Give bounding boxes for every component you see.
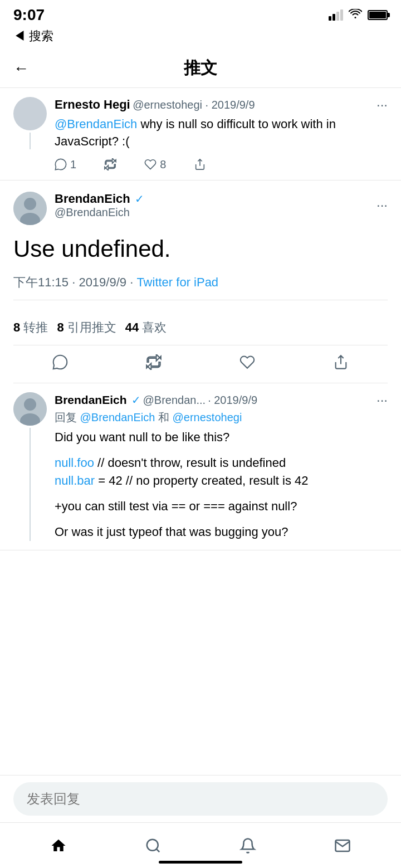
reply-body-line2: +you can still test via == or === agains… — [55, 498, 388, 515]
reply-to-link2[interactable]: @ernestohegi — [173, 411, 242, 423]
page-title: 推文 — [184, 57, 217, 80]
reply-tweet-more[interactable]: ··· — [376, 392, 388, 408]
code-text2: = 42 // no property created, result is 4… — [98, 474, 308, 487]
main-tweet-username: BrendanEich — [55, 192, 130, 206]
code-link1[interactable]: null.foo — [55, 456, 94, 470]
original-tweet-body: @BrendanEich why is null so difficult to… — [55, 116, 388, 150]
back-button[interactable]: ← — [13, 60, 29, 77]
retweet-label: 转推 — [23, 320, 48, 334]
reply-input-field[interactable] — [13, 782, 388, 816]
like-action[interactable]: 8 — [144, 158, 166, 171]
original-tweet-handle: @ernestohegi · 2019/9/9 — [133, 99, 255, 111]
nav-notifications[interactable] — [234, 832, 262, 860]
original-tweet-avatar — [13, 97, 47, 130]
share-action[interactable] — [194, 158, 206, 170]
main-tweet-more[interactable]: ··· — [376, 197, 388, 213]
signal-icon — [329, 9, 343, 21]
reply-count: 1 — [70, 158, 76, 171]
retweet-action[interactable] — [104, 158, 116, 170]
main-tweet-area: BrendanEich ✓ @BrendanEich ··· Use undef… — [0, 181, 401, 651]
reply-thread-line — [30, 428, 31, 540]
reply-tweet-body: Did you want null to be like this? null.… — [55, 428, 388, 540]
reply-tweet-date: · 2019/9/9 — [208, 394, 257, 407]
reply-to-link1[interactable]: @BrendanEich — [80, 411, 155, 423]
svg-point-1 — [24, 198, 36, 210]
main-tweet-body: Use undefined. — [13, 234, 388, 265]
main-like-button[interactable] — [239, 354, 255, 374]
reply-body-line3: Or was it just typeof that was bugging y… — [55, 523, 388, 541]
original-tweet: Ernesto Hegi @ernestohegi · 2019/9/9 ···… — [0, 88, 401, 181]
main-retweet-button[interactable] — [146, 354, 162, 374]
likes-label: 喜欢 — [142, 320, 167, 334]
main-reply-button[interactable] — [52, 354, 68, 374]
app-link[interactable]: Twitter for iPad — [136, 275, 218, 289]
main-tweet-user-info: BrendanEich ✓ @BrendanEich ··· — [55, 192, 388, 219]
back-search-text[interactable]: ◀ 搜索 — [13, 28, 53, 45]
status-icons — [329, 9, 388, 22]
original-tweet-header: Ernesto Hegi @ernestohegi · 2019/9/9 ··· — [55, 97, 388, 113]
reply-content: BrendanEich ✓ @Brendan... · 2019/9/9 ···… — [55, 392, 388, 540]
home-indicator — [159, 861, 242, 864]
retweet-count: 8 — [13, 320, 20, 334]
reply-tweet-avatar — [13, 392, 47, 426]
reply-tweet: BrendanEich ✓ @Brendan... · 2019/9/9 ···… — [0, 383, 401, 550]
status-bar: 9:07 — [0, 0, 401, 27]
reply-tweet-header: BrendanEich ✓ @Brendan... · 2019/9/9 ··· — [55, 392, 388, 408]
svg-point-6 — [147, 839, 158, 850]
reply-input-bar — [0, 775, 401, 822]
reply-body-code: null.foo // doesn't throw, result is und… — [55, 454, 388, 490]
stats-row: 8 转推 8 引用推文 44 喜欢 — [13, 310, 388, 345]
main-tweet-header: BrendanEich ✓ @BrendanEich ··· — [13, 192, 388, 225]
reply-tweet-handle: @Brendan... — [143, 394, 206, 407]
original-tweet-actions: 1 8 — [55, 158, 388, 171]
main-share-button[interactable] — [333, 354, 349, 374]
status-time: 9:07 — [13, 6, 45, 24]
like-count: 8 — [160, 158, 166, 171]
verified-icon: ✓ — [135, 192, 144, 206]
likes-count: 44 — [125, 320, 139, 334]
original-tweet-more[interactable]: ··· — [376, 97, 388, 113]
main-tweet-timestamp: 下午11:15 · 2019/9/9 — [13, 275, 126, 289]
battery-icon — [368, 10, 388, 20]
reply-tweet-username: BrendanEich — [55, 393, 127, 407]
wifi-icon — [349, 9, 362, 22]
quote-count: 8 — [57, 320, 63, 334]
reply-verified-icon: ✓ — [131, 393, 141, 407]
svg-line-7 — [157, 849, 159, 851]
reply-body-line1: Did you want null to be like this? — [55, 428, 388, 446]
reply-action[interactable]: 1 — [55, 158, 76, 171]
nav-home[interactable] — [45, 832, 72, 860]
nav-messages[interactable] — [329, 832, 356, 860]
original-tweet-username: Ernesto Hegi — [55, 97, 130, 111]
sub-status-bar: ◀ 搜索 — [0, 27, 401, 49]
page-header: ← 推文 — [0, 49, 401, 88]
svg-point-4 — [24, 398, 36, 411]
main-tweet-meta: 下午11:15 · 2019/9/9 · Twitter for iPad — [13, 274, 388, 300]
quote-label: 引用推文 — [67, 320, 116, 334]
main-tweet-actions — [13, 345, 388, 383]
main-tweet: BrendanEich ✓ @BrendanEich ··· Use undef… — [0, 181, 401, 384]
code-link2[interactable]: null.bar — [55, 474, 95, 487]
main-tweet-handle: @BrendanEich — [55, 206, 144, 219]
code-text1: // doesn't throw, result is undefined — [97, 456, 286, 470]
main-tweet-avatar — [13, 192, 47, 225]
mention-link[interactable]: @BrendanEich — [55, 117, 137, 131]
reply-to-line: 回复 @BrendanEich 和 @ernestohegi — [55, 410, 388, 425]
nav-search[interactable] — [139, 832, 167, 860]
back-search[interactable]: ◀ 搜索 — [13, 28, 388, 45]
reply-thread-col — [13, 392, 47, 540]
